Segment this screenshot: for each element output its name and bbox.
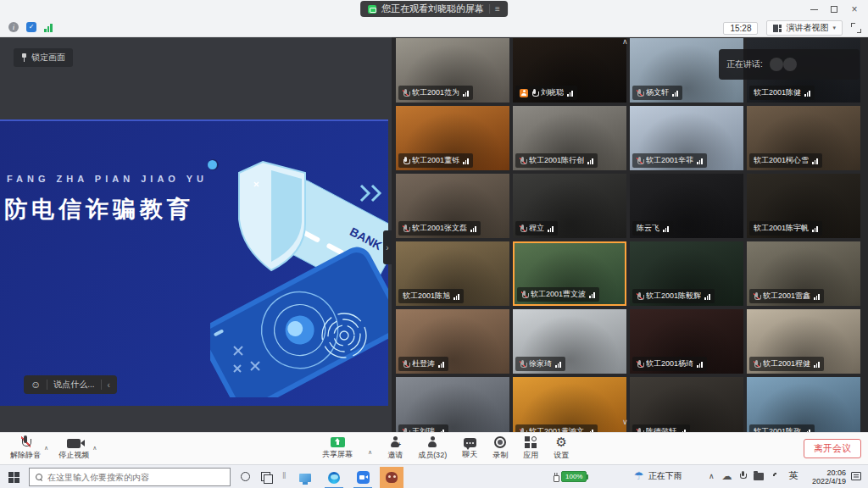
pin-view-button[interactable]: 锁定画面	[14, 48, 73, 67]
layout-icon	[773, 25, 782, 32]
video-tile[interactable]: 软工2001曹文波	[513, 241, 626, 306]
taskbar-app-active[interactable]	[380, 467, 403, 488]
stop-video-label: 停止视频	[58, 450, 89, 461]
participant-name-chip: 软工2001柯心雪	[749, 153, 822, 168]
restore-button[interactable]	[824, 0, 844, 19]
volume-bars-icon	[812, 225, 818, 232]
grid-scroll-up-icon[interactable]: ∧	[622, 37, 628, 46]
tray-mic-icon[interactable]	[740, 471, 746, 480]
chat-placeholder[interactable]: 说点什么...	[53, 379, 94, 391]
hidden-icons-chevron[interactable]: ∧	[709, 472, 715, 480]
start-button[interactable]	[8, 472, 19, 483]
video-tile[interactable]: 徐家琦	[513, 309, 626, 374]
participant-name-chip: 软工2001曹文波	[517, 287, 599, 302]
video-tile[interactable]: 软工2001陈毅辉	[630, 241, 743, 306]
meeting-info-icon[interactable]: i	[8, 22, 19, 32]
action-center-icon[interactable]	[851, 472, 861, 480]
video-tile[interactable]: 软工2001辛菲	[630, 106, 743, 170]
weather-text: 正在下雨	[648, 470, 682, 482]
share-screen-button[interactable]: 共享屏幕	[320, 435, 354, 460]
video-tile[interactable]: 软工2001张文磊	[396, 174, 509, 238]
slide-pinyin: FANG ZHA PIAN JIAO YU	[7, 174, 208, 184]
mic-icon	[520, 360, 526, 369]
settings-button[interactable]: ⚙ 设置	[552, 435, 570, 461]
ime-indicator[interactable]: 英	[789, 469, 798, 482]
video-tile[interactable]: 软工2001程健	[747, 309, 860, 374]
taskbar-app-pc[interactable]	[293, 467, 317, 488]
video-tile[interactable]: 王刘瑞	[396, 377, 509, 432]
folder-icon[interactable]	[754, 473, 764, 480]
security-shield-icon[interactable]: ✓	[26, 22, 36, 32]
record-button[interactable]: 录制	[491, 435, 509, 461]
video-tile[interactable]: 软工2001陈行创	[513, 106, 626, 170]
taskbar-app-edge[interactable]	[322, 467, 346, 488]
minimize-button[interactable]	[804, 0, 824, 19]
battery-indicator[interactable]: 100%	[553, 471, 587, 482]
video-tile[interactable]: 软工2001杨琦	[630, 309, 743, 374]
panel-collapse-handle[interactable]: ›	[383, 230, 392, 264]
video-tile[interactable]: 软工2001陈政	[747, 377, 860, 432]
participant-name: 杜登涛	[412, 358, 435, 369]
video-options-chevron[interactable]: ∧	[92, 445, 97, 452]
system-tray: ∧ ☁ 英	[709, 469, 798, 482]
gear-icon: ⚙	[555, 435, 566, 448]
video-tile[interactable]: 软工2001范为	[396, 38, 509, 103]
participant-name: 程立	[529, 223, 544, 234]
members-button[interactable]: 成员(32)	[416, 435, 448, 461]
leave-meeting-button[interactable]: 离开会议	[804, 439, 861, 458]
video-tile[interactable]: 刘晓聪	[513, 38, 626, 103]
participant-name-chip: 软工2001雷鑫	[749, 289, 824, 303]
mic-options-chevron[interactable]: ∧	[44, 445, 48, 452]
banner-menu-icon[interactable]: ≡	[495, 4, 500, 14]
emoji-icon[interactable]: ☺	[31, 379, 41, 391]
volume-bars-icon	[463, 90, 469, 97]
apps-button[interactable]: 应用	[521, 435, 540, 461]
weather-widget[interactable]: ☂ 正在下雨	[634, 469, 682, 483]
search-input[interactable]	[47, 473, 209, 482]
quick-chat-bubble[interactable]: ☺ 说点什么... ‹	[24, 375, 117, 394]
chat-button[interactable]: 聊天	[460, 435, 479, 460]
video-tile[interactable]: 程立	[513, 174, 626, 238]
video-tile[interactable]: 软工2001董铄	[396, 106, 509, 170]
network-signal-icon[interactable]	[44, 23, 53, 32]
taskbar-clock[interactable]: 20:06 2022/4/19	[812, 469, 846, 485]
taskbar-search[interactable]	[29, 468, 231, 486]
meeting-toolbar: 解除静音 ∧ 停止视频 ∧ 共享屏幕 ∧ + 邀请 成员(32) 聊天 录制	[0, 432, 868, 464]
video-tile[interactable]: 杜登涛	[396, 309, 509, 374]
share-options-chevron[interactable]: ∧	[368, 449, 372, 456]
video-tile[interactable]: 陈德懿轩	[630, 377, 743, 432]
unmute-button[interactable]: 解除静音	[8, 435, 42, 461]
taskbar-app-meeting[interactable]	[351, 467, 375, 488]
meeting-app-icon	[357, 471, 370, 484]
chevron-left-icon[interactable]: ‹	[108, 380, 110, 390]
fullscreen-icon[interactable]	[851, 23, 861, 33]
wifi-icon[interactable]	[769, 469, 783, 483]
video-tile[interactable]: 软工2001陈旭	[396, 241, 509, 306]
task-view-icon[interactable]	[261, 472, 270, 481]
watching-screen-banner[interactable]: 您正在观看刘晓聪的屏幕 ≡	[360, 1, 508, 17]
cloud-icon[interactable]: ☁	[722, 470, 732, 482]
volume-bars-icon	[814, 361, 820, 368]
stop-video-button[interactable]: 停止视频	[57, 436, 91, 461]
participant-name-chip: 徐家琦	[515, 357, 565, 371]
cortana-icon[interactable]	[241, 472, 250, 481]
divider	[489, 4, 490, 14]
view-mode-selector[interactable]: 演讲者视图 ▾	[766, 20, 843, 36]
participant-name-chip: 软工2001辛菲	[632, 153, 707, 168]
close-button[interactable]: ×	[844, 0, 865, 19]
video-tile[interactable]: 陈云飞	[630, 174, 743, 238]
video-tile[interactable]: 软工2001雷鑫	[747, 241, 860, 306]
divider	[101, 380, 102, 390]
video-tile[interactable]: 软工2001黄鸿文	[513, 377, 626, 432]
windows-taskbar: ‖ 100% ☂ 正在下雨 ∧ ☁ 英 20:06 2022/4/19	[0, 464, 868, 488]
share-screen-label: 共享屏幕	[322, 449, 353, 460]
video-tile[interactable]: 软工2001柯心雪	[747, 106, 860, 170]
grid-scroll-down-icon[interactable]: ∨	[622, 418, 628, 426]
invite-button[interactable]: + 邀请	[386, 435, 404, 461]
participant-name: 软工2001黄鸿文	[529, 426, 584, 432]
video-tile[interactable]: 软工2001陈宇帆	[747, 174, 860, 238]
camera-icon	[67, 439, 81, 448]
participant-name-chip: 软工2001张文磊	[398, 221, 481, 236]
participant-name: 软工2001董铄	[412, 155, 459, 166]
sharing-badge-icon	[520, 89, 528, 97]
